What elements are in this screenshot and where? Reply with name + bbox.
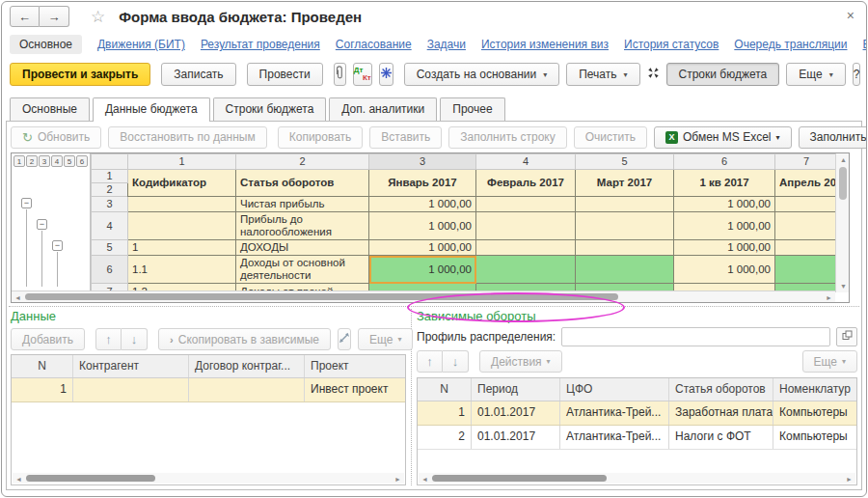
more-button[interactable]: Еще▾ — [786, 63, 845, 86]
grid-cell[interactable] — [128, 197, 236, 212]
grid-cell[interactable]: ДОХОДЫ — [236, 240, 369, 256]
grid-cell[interactable]: 1 — [128, 240, 236, 256]
grid-cell[interactable]: 1 000,00 — [674, 212, 775, 240]
column-number[interactable]: 4 — [476, 154, 576, 170]
grid-cell[interactable] — [128, 212, 236, 240]
row-number[interactable]: 1 — [92, 170, 128, 183]
data-horizontal-scrollbar[interactable]: ◄ ► — [13, 473, 404, 484]
clear-button[interactable]: Очистить — [574, 126, 647, 149]
move-down-button[interactable]: ↓ — [443, 350, 469, 373]
cell-n[interactable]: 1 — [418, 401, 472, 425]
grid-cell[interactable]: 1 000,00 — [369, 240, 476, 256]
choose-profile-button[interactable] — [836, 327, 857, 346]
grid-cell[interactable] — [576, 256, 674, 284]
grid-vertical-scrollbar[interactable]: ▲ ▼ — [835, 153, 849, 292]
cell-article[interactable]: Заработная плата — [669, 401, 773, 425]
copy-to-dependent-button[interactable]: ›Скопировать в зависимые — [158, 328, 331, 350]
column-header-n[interactable]: N — [418, 378, 472, 401]
dependent-horizontal-scrollbar[interactable]: ◄ ► — [419, 473, 855, 484]
cell-n[interactable]: 2 — [418, 426, 472, 449]
scroll-up-icon[interactable]: ▲ — [840, 156, 847, 163]
scrollbar-thumb[interactable] — [26, 475, 155, 482]
grid-cell[interactable] — [476, 240, 576, 256]
collapse-button[interactable] — [647, 63, 660, 86]
print-button[interactable]: Печать▾ — [566, 63, 639, 86]
post-and-close-button[interactable]: Провести и закрыть — [10, 63, 150, 86]
column-header-cfo[interactable]: ЦФО — [560, 378, 669, 401]
restore-by-data-button[interactable]: Восстановить по данным — [108, 126, 266, 149]
cell-period[interactable]: 01.01.2017 — [472, 401, 560, 425]
help-button[interactable]: ? — [853, 63, 861, 86]
paste-button[interactable]: Вставить — [369, 126, 442, 149]
row-number[interactable]: 4 — [92, 212, 128, 240]
column-header-article[interactable]: Статья оборотов — [669, 378, 773, 401]
debit-credit-button[interactable]: ДтКт — [353, 63, 372, 86]
grid-cell[interactable]: 1 000,00 — [674, 256, 775, 284]
grid-cell[interactable] — [576, 197, 674, 212]
column-number[interactable]: 1 — [128, 154, 236, 170]
favorite-star-icon[interactable]: ☆ — [91, 7, 105, 27]
cell-cfo[interactable]: Атлантика-Трей... — [560, 401, 669, 425]
grid-cell[interactable] — [476, 256, 576, 284]
group-level-5-button[interactable]: 5 — [64, 155, 75, 167]
post-button[interactable]: Провести — [247, 63, 323, 86]
horizontal-splitter[interactable] — [9, 306, 859, 307]
nav-item-status-history[interactable]: История статусов — [624, 38, 719, 51]
dependent-more-button[interactable]: Еще▾ — [802, 350, 857, 373]
column-number[interactable]: 6 — [674, 154, 775, 170]
table-row[interactable]: 1 Инвест проект — [12, 378, 405, 402]
tab-extra-analytics[interactable]: Доп. аналитики — [329, 97, 437, 121]
back-button[interactable]: ← — [10, 6, 40, 27]
cell-n[interactable]: 1 — [12, 378, 73, 401]
nav-more-menu[interactable]: Еще...▾ — [863, 38, 867, 51]
group-level-4-button[interactable]: 4 — [51, 155, 63, 167]
collapse-group-icon[interactable]: − — [21, 198, 32, 208]
cell-cfo[interactable]: Атлантика-Трей... — [560, 426, 669, 449]
grid-cell[interactable]: Чистая прибыль — [236, 197, 369, 212]
grid-cell[interactable]: 1 000,00 — [369, 212, 476, 240]
cell-article[interactable]: Налоги с ФОТ — [669, 426, 773, 449]
column-number[interactable]: 5 — [576, 154, 674, 170]
scroll-right-icon[interactable]: ► — [846, 476, 853, 483]
scroll-right-icon[interactable]: ► — [394, 476, 401, 483]
group-level-6-button[interactable]: 6 — [76, 155, 88, 167]
cell-nomenclature[interactable]: Компьютеры — [773, 426, 856, 449]
add-button[interactable]: Добавить — [11, 328, 85, 350]
grid-cell[interactable]: 1.1 — [128, 256, 236, 284]
copy-button[interactable]: Копировать — [278, 126, 364, 149]
grid-cell[interactable]: Доходы от основной деятельности — [236, 256, 369, 284]
move-up-button[interactable]: ↑ — [95, 328, 122, 350]
refresh-button[interactable]: ↻Обновить — [11, 126, 101, 149]
scroll-down-icon[interactable]: ▼ — [840, 283, 847, 290]
tab-budget-lines[interactable]: Строки бюджета — [213, 97, 327, 121]
nav-item-tasks[interactable]: Задачи — [427, 38, 466, 51]
cell-project[interactable]: Инвест проект — [305, 378, 405, 401]
grid-cell[interactable] — [775, 197, 838, 212]
column-header-contractor[interactable]: Контрагент — [73, 355, 189, 377]
budget-lines-button[interactable]: Строки бюджета — [666, 63, 780, 86]
ms-excel-exchange-button[interactable]: XОбмен MS Excel▾ — [654, 126, 792, 149]
group-level-3-button[interactable]: 3 — [39, 155, 50, 167]
save-button[interactable]: Записать — [161, 63, 235, 86]
group-level-2-button[interactable]: 2 — [26, 155, 38, 167]
scroll-right-icon[interactable]: ► — [826, 294, 832, 301]
cell-nomenclature[interactable]: Компьютеры — [773, 401, 856, 425]
collapse-group-icon[interactable]: − — [37, 219, 47, 230]
column-header-period[interactable]: Период — [472, 378, 560, 401]
scrollbar-thumb[interactable] — [432, 475, 607, 482]
grid-horizontal-scrollbar[interactable]: ◄ ► — [12, 290, 835, 302]
actions-button[interactable]: Действия▾ — [479, 350, 562, 373]
data-more-button[interactable]: Еще▾ — [358, 328, 413, 350]
grid-cell[interactable] — [576, 240, 674, 256]
scroll-left-icon[interactable]: ◄ — [14, 294, 21, 301]
nav-item-visa-history[interactable]: История изменения виз — [481, 38, 609, 51]
forward-button[interactable]: → — [40, 6, 69, 27]
nav-item-posting-result[interactable]: Результат проведения — [201, 38, 320, 51]
grid-cell[interactable] — [775, 240, 838, 256]
column-header-nomenclature[interactable]: Номенклатур — [773, 378, 856, 401]
scrollbar-thumb[interactable] — [839, 167, 847, 200]
nav-item-approval[interactable]: Согласование — [336, 38, 412, 51]
column-number[interactable]: 2 — [236, 154, 369, 170]
cell-contractor[interactable] — [73, 378, 189, 401]
move-down-button[interactable]: ↓ — [122, 328, 148, 350]
